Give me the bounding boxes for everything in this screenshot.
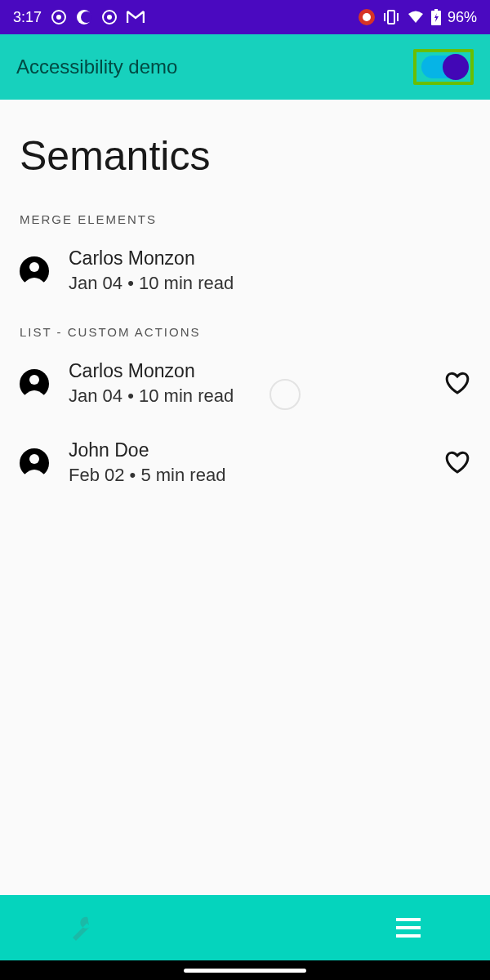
svg-point-3 — [363, 13, 371, 21]
post-meta: Feb 02 • 5 min read — [69, 465, 434, 486]
gmail-icon — [127, 10, 145, 24]
svg-point-1 — [81, 11, 92, 23]
touch-ripple — [270, 379, 301, 410]
avatar-icon — [20, 448, 49, 478]
svg-point-12 — [29, 375, 39, 385]
merge-row[interactable]: Carlos Monzon Jan 04 • 10 min read — [20, 241, 470, 301]
app-title: Accessibility demo — [16, 56, 177, 78]
toggle-thumb — [443, 54, 469, 80]
bottom-bar — [0, 895, 490, 960]
vibrate-icon — [382, 9, 400, 25]
svg-point-10 — [29, 262, 39, 272]
wifi-icon — [407, 10, 425, 24]
section-merge-label: MERGE ELEMENTS — [20, 212, 470, 226]
wrench-icon — [68, 914, 96, 942]
demo-toggle[interactable] — [421, 56, 466, 78]
svg-rect-8 — [434, 9, 438, 11]
favorite-button[interactable] — [444, 449, 470, 477]
post-meta: Jan 04 • 10 min read — [69, 385, 434, 407]
battery-percent: 96% — [448, 9, 477, 26]
favorite-button[interactable] — [444, 370, 470, 398]
status-time: 3:17 — [13, 9, 42, 26]
screen-record-icon — [358, 8, 376, 26]
talkback-highlight — [413, 49, 474, 85]
record-icon — [51, 10, 66, 24]
hamburger-icon — [394, 917, 422, 938]
system-nav-bar — [0, 960, 490, 980]
tools-button[interactable] — [0, 914, 163, 942]
app-bar: Accessibility demo — [0, 34, 490, 100]
menu-button[interactable] — [327, 917, 490, 938]
avatar-icon — [20, 256, 49, 286]
main-content: Semantics MERGE ELEMENTS Carlos Monzon J… — [0, 100, 490, 532]
avatar-icon — [20, 369, 49, 399]
battery-icon — [431, 9, 441, 25]
author-name: Carlos Monzon — [69, 360, 434, 382]
list-item[interactable]: John Doe Feb 02 • 5 min read — [20, 433, 470, 492]
post-meta: Jan 04 • 10 min read — [69, 273, 470, 294]
author-name: John Doe — [69, 439, 434, 461]
svg-rect-4 — [388, 11, 394, 24]
status-bar: 3:17 96% — [0, 0, 490, 34]
page-title: Semantics — [20, 132, 470, 180]
record-icon-2 — [102, 10, 117, 24]
moon-icon — [76, 9, 92, 25]
author-name: Carlos Monzon — [69, 247, 470, 270]
section-list-label: LIST - CUSTOM ACTIONS — [20, 325, 470, 339]
list-item[interactable]: Carlos Monzon Jan 04 • 10 min read — [20, 354, 470, 413]
nav-handle[interactable] — [184, 969, 306, 973]
svg-point-14 — [29, 454, 39, 464]
